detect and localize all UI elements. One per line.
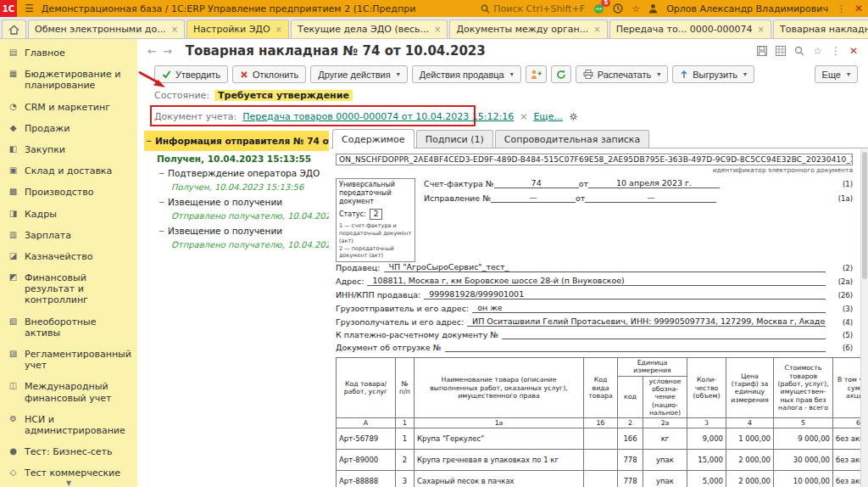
correction-label: Исправление № [424,193,491,203]
sidebar-scroll-down-icon[interactable]: ▼ [0,479,137,487]
back-icon[interactable]: ← [147,45,157,58]
collapse-icon[interactable]: − [144,137,153,145]
seller-actions-button[interactable]: Действия продавца▾ [412,65,521,83]
sidebar-item-crm[interactable]: ◔CRM и маркетинг [0,97,137,118]
refresh-button[interactable] [551,65,571,83]
tab-cover-note[interactable]: Сопроводительная записка [495,130,649,148]
section-icon: ◫ [8,381,19,391]
sidebar-item-label: Производство [25,187,93,198]
current-user-name[interactable]: Орлов Александр Владимирович [666,3,828,14]
tree-item-received-status[interactable]: Получен, 10.04.2023 15:13:55 [144,151,329,165]
edo-participant-button[interactable] [526,65,547,83]
sidebar-item-test-business-network[interactable]: ●Тест: Бизнес-сеть [0,441,137,462]
zoom-icon[interactable] [794,46,804,56]
sidebar-item-hr[interactable]: ◨Кадры [0,204,137,225]
tab-label: Подписи (1) [426,134,484,145]
discussions-button[interactable]: 5 [593,3,604,14]
table-row[interactable]: Арт-56789 1 Крупа "Геркулес" 166 кг 9,00… [337,428,861,450]
tab-waybill-1[interactable]: Товарная накладная № 7...× [773,20,868,38]
collapse-icon[interactable]: − [157,227,166,235]
save-icon[interactable] [757,46,767,56]
collapse-icon[interactable]: − [157,198,166,206]
table-row[interactable]: Арт-88888 3 Сахарный песок в пачках 778 … [337,471,861,487]
field-label: ИНН/КПП продавца: [336,290,420,299]
dropdown-arrow-icon: ▾ [743,70,747,78]
forward-icon[interactable]: → [163,45,172,58]
other-actions-button[interactable]: Другие действия▾ [310,65,407,83]
tab-content[interactable]: Содержимое [332,129,415,148]
cell-unit-name: упак [643,450,687,471]
spreadsheet-icon[interactable] [776,46,786,56]
tab-signatures[interactable]: Подписи (1) [416,130,493,148]
cell-no: 1 [396,428,415,450]
reject-button[interactable]: Отклонить [232,65,306,83]
tab-goods-transfer[interactable]: Передача то... 0000-000074× [609,20,771,38]
print-button[interactable]: Распечатать▾ [576,65,668,83]
sidebar-item-nsi-admin[interactable]: ⚙НСИ и администрирование [0,409,137,441]
sidebar-item-international-accounting[interactable]: ◫Международный финансовый учет [0,376,137,408]
tab-close-icon[interactable]: × [434,25,441,34]
titlebar-menu-icon[interactable]: ⋮ [837,3,846,14]
tab-home[interactable] [2,20,26,38]
tab-edo-settings[interactable]: Настройки ЭДО× [186,20,289,38]
clear-value-icon[interactable]: × [520,111,527,122]
close-form-icon[interactable]: ✕ [849,45,858,57]
more-button[interactable]: Еще▾ [815,65,858,83]
export-button[interactable]: Выгрузить▾ [672,65,754,83]
tree-item-receipt-notice-1[interactable]: −Извещение о получении [144,194,329,209]
sidebar-item-treasury[interactable]: ◪Казначейство [0,246,137,267]
scrollbar-thumb[interactable] [862,152,867,279]
tree-item-label: Извещение о получении [168,197,282,207]
favorites-icon[interactable]: ☆ [632,3,640,14]
sidebar-item-label: Бюджетирование и планирование [25,69,132,91]
more-dots-icon[interactable]: ⋮ [831,45,841,57]
tree-item-receipt-notice-2[interactable]: −Извещение о получении [144,223,329,238]
table-index-row: А 1 1а 1б 2 2а 3 4 5 6 [337,418,861,428]
sidebar-item-label: CRM и маркетинг [25,102,110,113]
tree-item-sent-timestamp-1[interactable]: Отправлено получателю, 10.04.2023 1... [144,209,329,223]
main-menu-icon[interactable]: ☰ [22,3,36,14]
history-icon[interactable] [613,3,623,14]
form-area: ← → Товарная накладная № 74 от 10.04.202… [137,39,868,487]
collapse-icon[interactable]: − [157,169,166,177]
more-link[interactable]: Еще... [533,111,563,122]
sidebar-item-production[interactable]: ▩Производство [0,182,137,203]
tab-close-icon[interactable]: × [171,25,178,34]
edo-participant-icon [531,70,542,80]
app-close-icon[interactable]: ✕ [854,3,863,14]
tree-item-label: Получен, 10.04.2023 15:13:56 [171,182,303,192]
tab-close-icon[interactable]: × [593,25,600,34]
tab-close-icon[interactable]: × [758,25,765,34]
sidebar-item-sales[interactable]: ◆Продажи [0,118,137,139]
global-search[interactable] [481,3,588,14]
cell-price: 2 000,00 [726,471,774,487]
gear-icon[interactable] [569,112,578,121]
tree-item-label: Информация отправителя № 74 от ... [155,136,329,146]
sidebar-item-budgeting[interactable]: ▦Бюджетирование и планирование [0,64,137,96]
sidebar-item-fin-result[interactable]: ◩Финансовый результат и контроллинг [0,267,137,311]
tab-edo-current[interactable]: Текущие дела ЭДО (весь...× [291,20,448,38]
favorite-star-icon[interactable]: ☆ [813,45,822,57]
tab-close-icon[interactable]: × [275,25,282,34]
tab-edo-exchange[interactable]: Обмен электронными до...× [28,20,185,38]
sidebar-item-salary[interactable]: ▥Зарплата [0,225,137,246]
search-input[interactable] [493,3,588,14]
sidebar-item-warehouse[interactable]: ▣Склад и доставка [0,160,137,182]
tree-item-received-timestamp[interactable]: Получен, 10.04.2023 15:13:56 [144,180,329,194]
tree-item-operator-confirmation[interactable]: −Подтверждение оператора ЭДО [144,165,329,180]
vertical-scrollbar[interactable] [860,149,868,487]
reject-label: Отклонить [253,70,298,80]
sidebar-item-noncurrent-assets[interactable]: ▧Внеоборотные активы [0,311,137,344]
sidebar-item-purchases[interactable]: ◧Закупки [0,139,137,160]
sidebar-item-regulated-accounting[interactable]: ▨Регламентированный учет [0,344,137,376]
accounting-document-label: Документ учета: [154,111,236,122]
tree-item-sender-info[interactable]: −Информация отправителя № 74 от ... [144,131,329,151]
table-row[interactable]: Арт-89000 2 Крупа гречневая в упаковках … [337,450,861,471]
tab-documents-between-orgs[interactable]: Документы между орган...× [449,20,607,38]
sidebar-item-main[interactable]: ▤Главное [0,42,137,64]
accounting-document-link[interactable]: Передача товаров 0000-000074 от 10.04.20… [242,111,514,122]
tree-item-sent-timestamp-2[interactable]: Отправлено получателю, 10.04.2023 15:13:… [144,238,329,252]
approve-label: Утвердить [175,70,220,80]
field-value [445,351,826,352]
approve-button[interactable]: Утвердить [154,65,228,83]
